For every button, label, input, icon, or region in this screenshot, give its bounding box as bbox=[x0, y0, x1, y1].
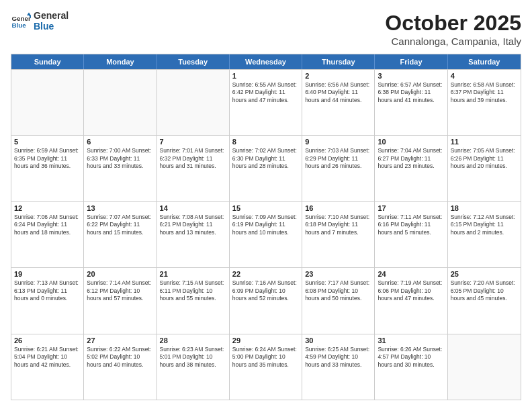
day-number: 19 bbox=[14, 270, 81, 278]
cell-text: Sunrise: 6:21 AM Sunset: 5:04 PM Dayligh… bbox=[14, 346, 81, 369]
weekday-header-wednesday: Wednesday bbox=[230, 54, 302, 69]
cell-text: Sunrise: 6:56 AM Sunset: 6:40 PM Dayligh… bbox=[305, 81, 371, 104]
cell-text: Sunrise: 7:00 AM Sunset: 6:33 PM Dayligh… bbox=[87, 147, 153, 170]
calendar-cell-day-30: 30Sunrise: 6:25 AM Sunset: 4:59 PM Dayli… bbox=[302, 334, 375, 400]
cell-text: Sunrise: 7:11 AM Sunset: 6:16 PM Dayligh… bbox=[378, 214, 444, 236]
cell-text: Sunrise: 6:59 AM Sunset: 6:35 PM Dayligh… bbox=[14, 147, 81, 170]
day-number: 27 bbox=[87, 336, 153, 345]
day-number: 8 bbox=[232, 138, 299, 146]
cell-text: Sunrise: 7:08 AM Sunset: 6:21 PM Dayligh… bbox=[160, 214, 226, 236]
logo-blue-text: Blue bbox=[34, 21, 69, 32]
calendar-cell-empty bbox=[84, 70, 157, 135]
day-number: 18 bbox=[451, 204, 518, 212]
cell-text: Sunrise: 6:55 AM Sunset: 6:42 PM Dayligh… bbox=[232, 81, 299, 104]
calendar-cell-day-13: 13Sunrise: 7:07 AM Sunset: 6:22 PM Dayli… bbox=[84, 202, 157, 267]
calendar-cell-day-19: 19Sunrise: 7:13 AM Sunset: 6:13 PM Dayli… bbox=[11, 268, 84, 333]
calendar-cell-day-8: 8Sunrise: 7:02 AM Sunset: 6:30 PM Daylig… bbox=[230, 136, 302, 201]
day-number: 25 bbox=[451, 270, 518, 278]
weekday-header-tuesday: Tuesday bbox=[157, 54, 230, 69]
cell-text: Sunrise: 6:58 AM Sunset: 6:37 PM Dayligh… bbox=[451, 81, 518, 104]
day-number: 26 bbox=[14, 336, 81, 345]
page: General Blue General Blue October 2025 C… bbox=[0, 0, 532, 411]
cell-text: Sunrise: 7:02 AM Sunset: 6:30 PM Dayligh… bbox=[232, 147, 299, 170]
day-number: 12 bbox=[14, 204, 81, 212]
calendar-cell-day-17: 17Sunrise: 7:11 AM Sunset: 6:16 PM Dayli… bbox=[375, 202, 447, 267]
cell-text: Sunrise: 7:09 AM Sunset: 6:19 PM Dayligh… bbox=[232, 214, 299, 236]
cell-text: Sunrise: 7:15 AM Sunset: 6:11 PM Dayligh… bbox=[160, 279, 226, 302]
cell-text: Sunrise: 7:17 AM Sunset: 6:08 PM Dayligh… bbox=[305, 279, 371, 302]
calendar: SundayMondayTuesdayWednesdayThursdayFrid… bbox=[11, 54, 521, 400]
calendar-row-3: 12Sunrise: 7:06 AM Sunset: 6:24 PM Dayli… bbox=[11, 201, 521, 267]
day-number: 22 bbox=[232, 270, 299, 278]
day-number: 6 bbox=[87, 138, 153, 146]
calendar-cell-day-12: 12Sunrise: 7:06 AM Sunset: 6:24 PM Dayli… bbox=[11, 202, 84, 267]
calendar-row-2: 5Sunrise: 6:59 AM Sunset: 6:35 PM Daylig… bbox=[11, 135, 521, 201]
calendar-cell-empty bbox=[448, 334, 521, 400]
day-number: 10 bbox=[378, 138, 444, 146]
calendar-cell-empty bbox=[11, 70, 84, 135]
calendar-cell-day-31: 31Sunrise: 6:26 AM Sunset: 4:57 PM Dayli… bbox=[375, 334, 447, 400]
calendar-cell-empty bbox=[157, 70, 230, 135]
cell-text: Sunrise: 7:14 AM Sunset: 6:12 PM Dayligh… bbox=[87, 279, 153, 302]
weekday-header-sunday: Sunday bbox=[11, 54, 84, 69]
day-number: 13 bbox=[87, 204, 153, 212]
svg-marker-2 bbox=[27, 12, 31, 15]
calendar-cell-day-11: 11Sunrise: 7:05 AM Sunset: 6:26 PM Dayli… bbox=[448, 136, 521, 201]
day-number: 11 bbox=[451, 138, 518, 146]
calendar-cell-day-28: 28Sunrise: 6:23 AM Sunset: 5:01 PM Dayli… bbox=[157, 334, 230, 400]
day-number: 29 bbox=[232, 336, 299, 345]
cell-text: Sunrise: 6:24 AM Sunset: 5:00 PM Dayligh… bbox=[232, 346, 299, 369]
cell-text: Sunrise: 6:22 AM Sunset: 5:02 PM Dayligh… bbox=[87, 346, 153, 369]
sub-title: Cannalonga, Campania, Italy bbox=[385, 36, 521, 47]
cell-text: Sunrise: 7:16 AM Sunset: 6:09 PM Dayligh… bbox=[232, 279, 299, 302]
day-number: 21 bbox=[160, 270, 226, 278]
calendar-cell-day-6: 6Sunrise: 7:00 AM Sunset: 6:33 PM Daylig… bbox=[84, 136, 157, 201]
day-number: 14 bbox=[160, 204, 226, 212]
svg-text:General: General bbox=[12, 14, 32, 21]
day-number: 30 bbox=[305, 336, 371, 345]
calendar-cell-day-27: 27Sunrise: 6:22 AM Sunset: 5:02 PM Dayli… bbox=[84, 334, 157, 400]
calendar-cell-day-24: 24Sunrise: 7:19 AM Sunset: 6:06 PM Dayli… bbox=[375, 268, 447, 333]
day-number: 9 bbox=[305, 138, 371, 146]
calendar-cell-day-2: 2Sunrise: 6:56 AM Sunset: 6:40 PM Daylig… bbox=[302, 70, 375, 135]
cell-text: Sunrise: 7:06 AM Sunset: 6:24 PM Dayligh… bbox=[14, 214, 81, 236]
weekday-header-friday: Friday bbox=[375, 54, 447, 69]
cell-text: Sunrise: 7:05 AM Sunset: 6:26 PM Dayligh… bbox=[451, 147, 518, 170]
calendar-cell-day-15: 15Sunrise: 7:09 AM Sunset: 6:19 PM Dayli… bbox=[230, 202, 302, 267]
calendar-row-4: 19Sunrise: 7:13 AM Sunset: 6:13 PM Dayli… bbox=[11, 267, 521, 333]
cell-text: Sunrise: 7:19 AM Sunset: 6:06 PM Dayligh… bbox=[378, 279, 444, 302]
calendar-cell-day-5: 5Sunrise: 6:59 AM Sunset: 6:35 PM Daylig… bbox=[11, 136, 84, 201]
calendar-cell-day-20: 20Sunrise: 7:14 AM Sunset: 6:12 PM Dayli… bbox=[84, 268, 157, 333]
cell-text: Sunrise: 7:13 AM Sunset: 6:13 PM Dayligh… bbox=[14, 279, 81, 302]
cell-text: Sunrise: 7:12 AM Sunset: 6:15 PM Dayligh… bbox=[451, 214, 518, 236]
calendar-cell-day-7: 7Sunrise: 7:01 AM Sunset: 6:32 PM Daylig… bbox=[157, 136, 230, 201]
calendar-header: SundayMondayTuesdayWednesdayThursdayFrid… bbox=[11, 54, 521, 69]
day-number: 28 bbox=[160, 336, 226, 345]
title-section: October 2025 Cannalonga, Campania, Italy bbox=[385, 11, 521, 47]
calendar-cell-day-14: 14Sunrise: 7:08 AM Sunset: 6:21 PM Dayli… bbox=[157, 202, 230, 267]
logo: General Blue General Blue bbox=[11, 11, 69, 32]
cell-text: Sunrise: 7:07 AM Sunset: 6:22 PM Dayligh… bbox=[87, 214, 153, 236]
day-number: 24 bbox=[378, 270, 444, 278]
cell-text: Sunrise: 7:10 AM Sunset: 6:18 PM Dayligh… bbox=[305, 214, 371, 236]
header: General Blue General Blue October 2025 C… bbox=[11, 11, 521, 47]
calendar-cell-day-21: 21Sunrise: 7:15 AM Sunset: 6:11 PM Dayli… bbox=[157, 268, 230, 333]
day-number: 1 bbox=[232, 72, 299, 80]
calendar-cell-day-22: 22Sunrise: 7:16 AM Sunset: 6:09 PM Dayli… bbox=[230, 268, 302, 333]
weekday-header-thursday: Thursday bbox=[302, 54, 375, 69]
cell-text: Sunrise: 6:25 AM Sunset: 4:59 PM Dayligh… bbox=[305, 346, 371, 369]
day-number: 31 bbox=[378, 336, 444, 345]
calendar-cell-day-29: 29Sunrise: 6:24 AM Sunset: 5:00 PM Dayli… bbox=[230, 334, 302, 400]
day-number: 3 bbox=[378, 72, 444, 80]
calendar-cell-day-25: 25Sunrise: 7:20 AM Sunset: 6:05 PM Dayli… bbox=[448, 268, 521, 333]
cell-text: Sunrise: 7:04 AM Sunset: 6:27 PM Dayligh… bbox=[378, 147, 444, 170]
day-number: 15 bbox=[232, 204, 299, 212]
cell-text: Sunrise: 7:20 AM Sunset: 6:05 PM Dayligh… bbox=[451, 279, 518, 302]
calendar-cell-day-10: 10Sunrise: 7:04 AM Sunset: 6:27 PM Dayli… bbox=[375, 136, 447, 201]
cell-text: Sunrise: 6:26 AM Sunset: 4:57 PM Dayligh… bbox=[378, 346, 444, 369]
day-number: 4 bbox=[451, 72, 518, 80]
day-number: 20 bbox=[87, 270, 153, 278]
cell-text: Sunrise: 7:03 AM Sunset: 6:29 PM Dayligh… bbox=[305, 147, 371, 170]
calendar-cell-day-26: 26Sunrise: 6:21 AM Sunset: 5:04 PM Dayli… bbox=[11, 334, 84, 400]
day-number: 16 bbox=[305, 204, 371, 212]
